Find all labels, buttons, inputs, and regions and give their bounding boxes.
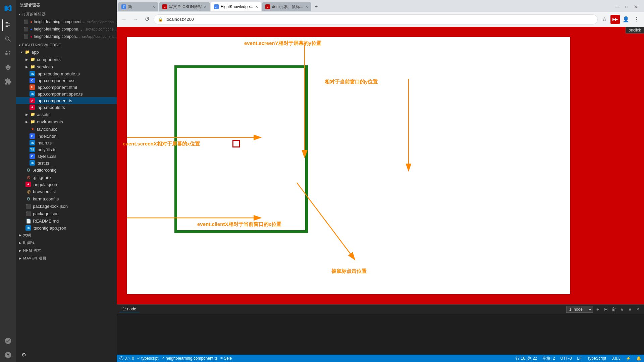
file-app-css[interactable]: C app.component.css — [16, 77, 117, 84]
status-encoding[interactable]: UTF-8 — [560, 356, 572, 361]
folder-app[interactable]: ▾ 📁 app — [16, 48, 117, 56]
browser-tab-2-close[interactable]: ✕ — [204, 5, 207, 9]
gear-icon: ⚙ — [21, 352, 26, 358]
file-test-ts[interactable]: TS test.ts — [16, 160, 117, 166]
file-gitignore[interactable]: ⊙ .gitignore — [16, 174, 117, 181]
vscode-logo[interactable] — [2, 3, 14, 14]
browser-nav: ← → ↺ 🔒 localhost:4200 ☆ ▶▶ 👤 ⋮ — [117, 12, 644, 27]
status-language[interactable]: TypeScript — [587, 356, 606, 361]
angular-icon-component: A — [30, 98, 35, 103]
file-browserslist[interactable]: ◎ browserslist — [16, 188, 117, 195]
file-styles-css[interactable]: C styles.css — [16, 153, 117, 160]
file-app-html-label: app.component.html — [38, 85, 117, 90]
back-button[interactable]: ← — [119, 15, 129, 24]
terminal-down-button[interactable]: ∨ — [627, 306, 633, 313]
terminal-split-button[interactable]: ⊟ — [602, 306, 609, 313]
browser-tab-1[interactable]: 简 简 ✕ — [118, 2, 158, 11]
file-polyfills[interactable]: TS polyfills.ts — [16, 146, 117, 153]
status-line-col[interactable]: 行 16, 列 22 — [516, 356, 537, 361]
browser-tab-3-close[interactable]: ✕ — [255, 5, 258, 9]
section-timeline-label: 时间线 — [23, 240, 35, 245]
file-app-routing-label: app-routing.module.ts — [38, 71, 117, 76]
file-app-spec[interactable]: TS app.component.spec.ts — [16, 90, 117, 97]
terminal-tab-node[interactable]: 1: node — [119, 306, 140, 312]
bookmark-button[interactable]: ☆ — [600, 15, 609, 24]
status-errors[interactable]: ⓪ 0△ 0 — [119, 356, 134, 361]
file-browserslist-label: browserslist — [33, 189, 117, 194]
open-file-css[interactable]: ⬛ ● height-learning.component.css src\ap… — [16, 25, 117, 33]
browser-tab-2[interactable]: C 写文章-CSDN博客 ✕ — [159, 2, 210, 11]
file-main-ts[interactable]: TS main.ts — [16, 139, 117, 146]
profile-button[interactable]: 👤 — [621, 15, 631, 24]
section-outline[interactable]: ▶ 大纲 — [16, 231, 117, 239]
browser-url-bar[interactable]: 🔒 localhost:4200 — [154, 14, 598, 24]
activity-explorer[interactable] — [2, 19, 14, 31]
settings-icon-sidebar[interactable]: ⚙ — [19, 350, 114, 359]
file-app-component-ts[interactable]: A app.component.ts — [16, 97, 117, 104]
file-index-html[interactable]: C index.html — [16, 133, 117, 139]
browser-tab-1-close[interactable]: ✕ — [152, 5, 155, 9]
terminal-dropdown[interactable]: 1: node — [566, 306, 593, 313]
green-box[interactable] — [174, 65, 308, 233]
file-package-lock[interactable]: ⬛ package-lock.json — [16, 202, 117, 210]
status-line-ending[interactable]: LF — [577, 356, 582, 361]
file-app-routing[interactable]: TS app-routing.module.ts — [16, 70, 117, 77]
browser-tab-3[interactable]: A EightKnowledge... ✕ — [211, 2, 261, 11]
terminal-up-button[interactable]: ∧ — [619, 306, 625, 313]
terminal-trash-button[interactable]: 🗑 — [610, 306, 617, 313]
activity-debug[interactable] — [2, 62, 14, 73]
section-maven-label: MAVEN 项目 — [23, 256, 47, 261]
new-tab-button[interactable]: + — [312, 2, 320, 11]
sidebar-header: 资源管理器 — [16, 0, 117, 10]
red-background[interactable]: onclick — [117, 27, 644, 304]
file-package-json[interactable]: ⬛ package.json — [16, 210, 117, 217]
file-tsconfig[interactable]: TS tsconfig.app.json — [16, 225, 117, 231]
file-karma[interactable]: ⚙ karma.conf.js — [16, 195, 117, 202]
section-npm[interactable]: ▶ NPM 脚本 — [16, 247, 117, 254]
file-angular-json[interactable]: A angular.json — [16, 181, 117, 188]
browser-tab-4-close[interactable]: ✕ — [305, 5, 308, 9]
folder-environments[interactable]: ▶ 📁 environments — [16, 118, 117, 125]
folder-services[interactable]: ▶ 📁 services — [16, 63, 117, 70]
menu-button[interactable]: ⋮ — [632, 15, 641, 24]
activity-source-control[interactable] — [2, 48, 14, 59]
section-maven[interactable]: ▶ MAVEN 项目 — [16, 254, 117, 262]
open-editors-section[interactable]: ▾ 打开的编辑器 — [16, 10, 117, 18]
status-file-check[interactable]: ✓ height-learning.component.ts — [161, 356, 218, 361]
activity-remote[interactable] — [2, 349, 14, 361]
file-app-spec-label: app.component.spec.ts — [38, 92, 117, 97]
forward-button[interactable]: → — [131, 15, 140, 24]
refresh-button[interactable]: ↺ — [142, 15, 152, 24]
maximize-browser[interactable]: □ — [623, 3, 631, 11]
file-editorconfig[interactable]: ⚙ .editorconfig — [16, 166, 117, 174]
file-gitignore-label: .gitignore — [33, 175, 117, 180]
activity-bar — [0, 0, 16, 362]
terminal-close-button[interactable]: ✕ — [635, 306, 641, 313]
close-browser[interactable]: ✕ — [632, 3, 640, 11]
file-favicon[interactable]: ★ favicon.ico — [16, 125, 117, 133]
file-app-module[interactable]: A app.module.ts — [16, 104, 117, 111]
terminal-content[interactable] — [117, 314, 644, 355]
activity-search[interactable] — [2, 34, 14, 45]
folder-services-label: services — [37, 64, 117, 69]
sidebar: 资源管理器 ▾ 打开的编辑器 ⬛ ● height-learning.compo… — [16, 0, 117, 362]
file-app-html[interactable]: H app.component.html — [16, 84, 117, 90]
terminal-add-button[interactable]: + — [594, 306, 601, 313]
activity-testing[interactable] — [2, 335, 14, 347]
minimize-browser[interactable]: — — [613, 3, 621, 11]
project-section[interactable]: ▾ EIGHTKNOWLEDGE — [16, 42, 117, 48]
folder-components[interactable]: ▶ 📁 components — [16, 56, 117, 63]
file-readme[interactable]: 📄 README.md — [16, 217, 117, 225]
package-json-icon: ⬛ — [25, 210, 32, 217]
section-timeline[interactable]: ▶ 时间线 — [16, 239, 117, 247]
activity-extensions[interactable] — [2, 76, 14, 87]
extensions-button[interactable]: ▶▶ — [610, 15, 620, 24]
css-icon-app: C — [30, 78, 35, 83]
status-typescript-check[interactable]: ✓ typescript — [137, 356, 159, 361]
gitignore-icon: ⊙ — [25, 174, 32, 180]
open-file-ts[interactable]: ⬛ ● height-learning.component.ts src\app… — [16, 33, 117, 40]
status-spaces[interactable]: 空格: 2 — [542, 356, 555, 361]
open-file-html[interactable]: ⬛ ● height-learning.component.html src\a… — [16, 18, 117, 25]
folder-assets[interactable]: ▶ 📁 assets — [16, 111, 117, 118]
browser-tab-4[interactable]: C dom元素、鼠标... ✕ — [262, 2, 311, 11]
